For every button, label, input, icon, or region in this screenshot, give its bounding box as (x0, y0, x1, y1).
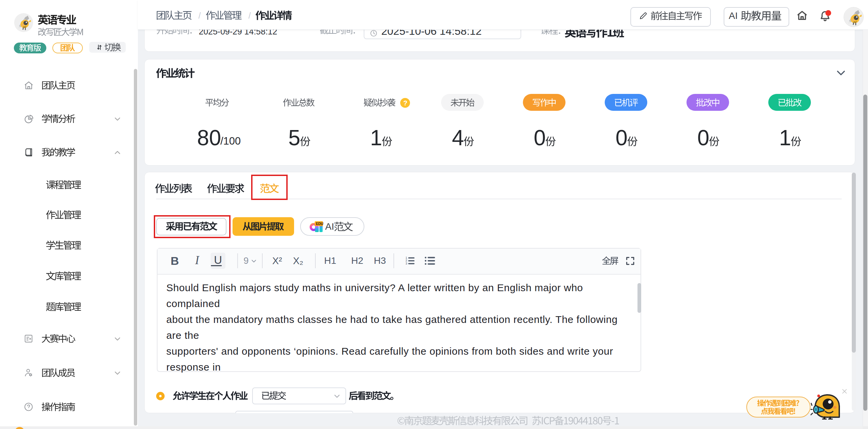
svg-text:EDU: EDU (316, 222, 323, 226)
svg-text:3: 3 (406, 262, 407, 265)
